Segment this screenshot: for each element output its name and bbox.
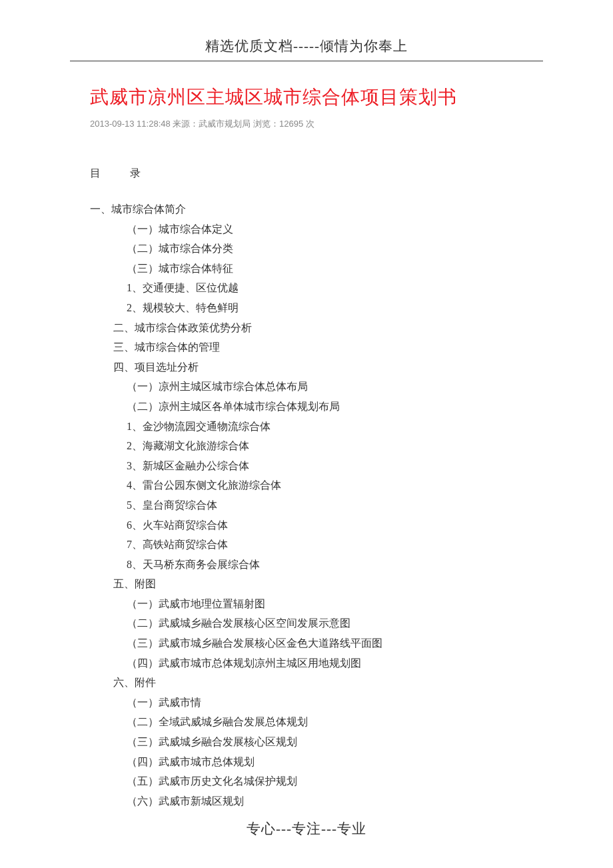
toc-item: 六、附件: [113, 673, 523, 693]
toc-item: （三）武威市城乡融合发展核心区金色大道路线平面图: [127, 633, 523, 653]
toc-item: 五、附图: [113, 574, 523, 594]
toc-item: 二、城市综合体政策优势分析: [113, 318, 523, 338]
toc-item: 三、城市综合体的管理: [113, 337, 523, 357]
meta-views-value: 12695: [279, 119, 303, 129]
toc-item: 四、项目选址分析: [113, 357, 523, 377]
toc-item: （四）武威市城市总体规划: [127, 752, 523, 772]
toc-item: 8、天马桥东商务会展综合体: [127, 555, 523, 575]
toc-item: （二）凉州主城区各单体城市综合体规划布局: [127, 397, 523, 417]
toc-item: 3、新城区金融办公综合体: [127, 456, 523, 476]
toc-item: 一、城市综合体简介: [90, 199, 523, 219]
meta-source-label: 来源：: [173, 119, 199, 129]
toc-item: （三）城市综合体特征: [127, 259, 523, 279]
toc-item: 1、金沙物流园交通物流综合体: [127, 417, 523, 437]
toc-item: 6、火车站商贸综合体: [127, 515, 523, 535]
page-footer: 专心---专注---专业: [0, 819, 613, 838]
meta-views-label: 浏览：: [253, 119, 279, 129]
meta-datetime: 2013-09-13 11:28:48: [90, 119, 171, 129]
toc-item: （五）武威市历史文化名城保护规划: [127, 771, 523, 791]
page-header: 精选优质文档-----倾情为你奉上: [0, 0, 613, 61]
toc-item: （一）城市综合体定义: [127, 219, 523, 239]
toc-item: （三）武威城乡融合发展核心区规划: [127, 732, 523, 752]
document-meta: 2013-09-13 11:28:48 来源：武威市规划局 浏览：12695 次: [90, 118, 523, 130]
toc-item: 2、规模较大、特色鲜明: [127, 298, 523, 318]
toc-item: 2、海藏湖文化旅游综合体: [127, 436, 523, 456]
content-area: 武威市凉州区主城区城市综合体项目策划书 2013-09-13 11:28:48 …: [0, 61, 613, 811]
toc-item: （二）全域武威城乡融合发展总体规划: [127, 712, 523, 732]
toc-item: （一）武威市情: [127, 693, 523, 713]
meta-views-unit: 次: [306, 119, 314, 129]
toc-container: 一、城市综合体简介 （一）城市综合体定义 （二）城市综合体分类 （三）城市综合体…: [90, 199, 523, 811]
toc-item: （一）凉州主城区城市综合体总体布局: [127, 377, 523, 397]
toc-item: （一）武威市地理位置辐射图: [127, 594, 523, 614]
toc-item: 7、高铁站商贸综合体: [127, 535, 523, 555]
toc-item: 5、皇台商贸综合体: [127, 495, 523, 515]
toc-item: （二）城市综合体分类: [127, 239, 523, 259]
toc-heading: 目 录: [90, 167, 523, 181]
meta-source-value: 武威市规划局: [199, 119, 251, 129]
toc-item: 1、交通便捷、区位优越: [127, 278, 523, 298]
toc-item: （六）武威市新城区规划: [127, 791, 523, 811]
toc-item: 4、雷台公园东侧文化旅游综合体: [127, 475, 523, 495]
toc-item: （四）武威市城市总体规划凉州主城区用地规划图: [127, 653, 523, 673]
toc-item: （二）武威城乡融合发展核心区空间发展示意图: [127, 613, 523, 633]
document-title: 武威市凉州区主城区城市综合体项目策划书: [90, 85, 523, 110]
